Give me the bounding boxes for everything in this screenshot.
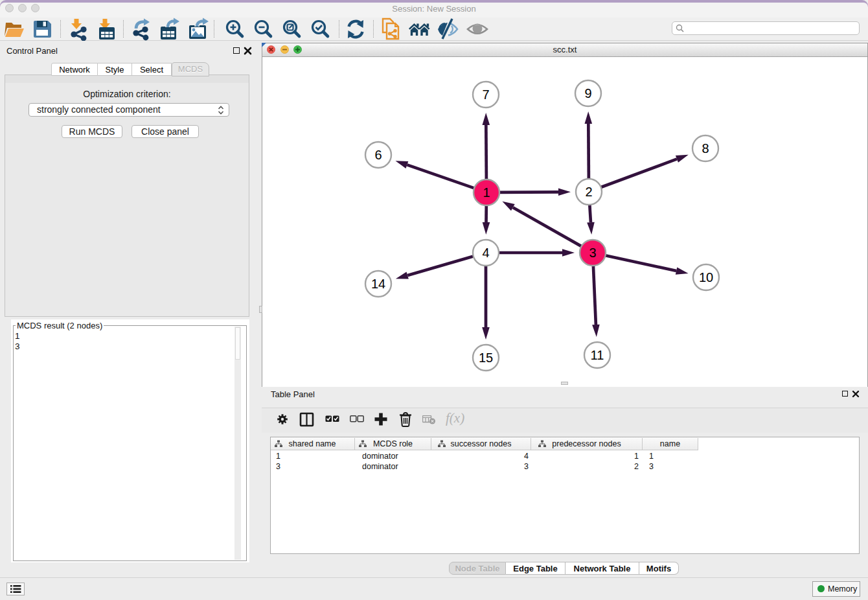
svg-text:2: 2 xyxy=(585,185,592,199)
svg-text:14: 14 xyxy=(371,277,385,291)
svg-text:6: 6 xyxy=(374,148,382,162)
svg-text:10: 10 xyxy=(699,270,713,284)
svg-text:1: 1 xyxy=(483,185,490,200)
svg-text:8: 8 xyxy=(702,141,709,156)
svg-text:3: 3 xyxy=(589,246,596,260)
svg-text:4: 4 xyxy=(482,246,489,260)
svg-text:7: 7 xyxy=(482,87,489,102)
svg-text:15: 15 xyxy=(479,351,493,365)
svg-text:11: 11 xyxy=(591,348,604,362)
svg-text:9: 9 xyxy=(584,86,591,100)
